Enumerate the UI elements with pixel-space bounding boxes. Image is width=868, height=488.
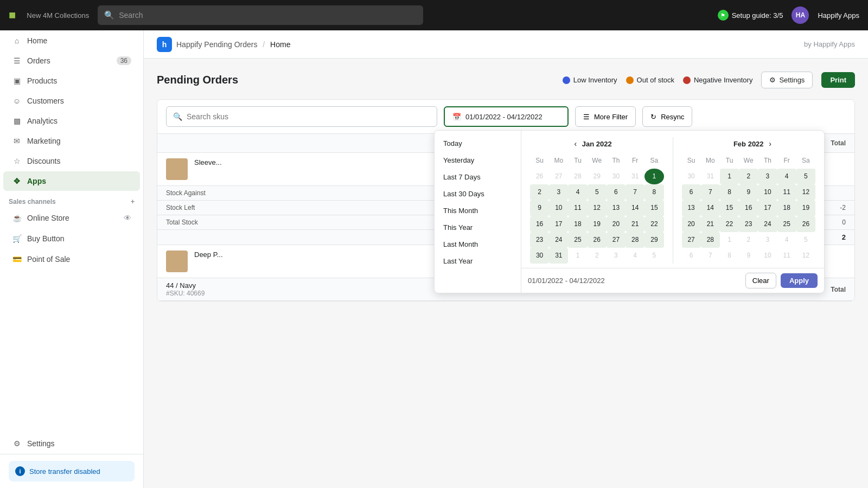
cal-day[interactable]: 28 — [626, 232, 644, 248]
next-month-button[interactable]: › — [764, 137, 777, 150]
print-button[interactable]: Print — [821, 72, 855, 88]
breadcrumb-app-link[interactable]: Happify Pending Orders — [176, 40, 257, 49]
preset-thisyear[interactable]: This Year — [435, 219, 521, 236]
cal-day[interactable]: 1 — [720, 232, 739, 248]
add-sales-channel-icon[interactable]: + — [131, 198, 135, 206]
cal-day[interactable]: 15 — [644, 200, 663, 216]
preset-yesterday[interactable]: Yesterday — [435, 152, 521, 169]
cal-day[interactable]: 4 — [568, 184, 587, 200]
cal-day[interactable]: 19 — [796, 200, 815, 216]
prev-month-button[interactable]: ‹ — [569, 137, 582, 150]
cal-day[interactable]: 23 — [739, 216, 758, 232]
sidebar-item-point-of-sale[interactable]: 💳 Point of Sale — [3, 249, 140, 269]
cal-day[interactable]: 9 — [530, 200, 549, 216]
cal-day[interactable]: 26 — [588, 232, 607, 248]
sidebar-item-buy-button[interactable]: 🛒 Buy Button — [3, 229, 140, 248]
cal-day[interactable]: 28 — [568, 169, 587, 184]
cal-day[interactable]: 6 — [682, 184, 701, 200]
preset-lastmonth[interactable]: Last Month — [435, 236, 521, 253]
cal-day[interactable]: 21 — [626, 216, 644, 232]
cal-day[interactable]: 27 — [607, 232, 626, 248]
cal-day[interactable]: 30 — [607, 169, 626, 184]
cal-day[interactable]: 5 — [644, 248, 663, 264]
cal-day[interactable]: 9 — [739, 248, 758, 264]
cal-day[interactable]: 22 — [644, 216, 663, 232]
search-skus-container[interactable]: 🔍 — [166, 106, 437, 127]
cal-day[interactable]: 2 — [588, 248, 607, 264]
cal-day[interactable]: 1 — [568, 248, 587, 264]
sidebar-item-marketing[interactable]: ✉ Marketing — [3, 131, 140, 151]
cal-day[interactable]: 24 — [758, 216, 777, 232]
cal-day[interactable]: 16 — [739, 200, 758, 216]
cal-day[interactable]: 28 — [701, 232, 720, 248]
preset-lastyear[interactable]: Last Year — [435, 253, 521, 269]
cal-day[interactable]: 14 — [701, 200, 720, 216]
cal-day[interactable]: 5 — [588, 184, 607, 200]
cal-day[interactable]: 8 — [720, 184, 739, 200]
sidebar-item-orders[interactable]: ☰ Orders 36 — [3, 51, 140, 70]
cal-day[interactable]: 15 — [720, 200, 739, 216]
cal-day[interactable]: 20 — [682, 216, 701, 232]
cal-day[interactable]: 4 — [626, 248, 644, 264]
sidebar-item-products[interactable]: ▣ Products — [3, 71, 140, 91]
cal-day[interactable]: 7 — [701, 184, 720, 200]
cal-day[interactable]: 19 — [588, 216, 607, 232]
cal-day[interactable]: 18 — [777, 200, 796, 216]
setup-guide[interactable]: ⚑ Setup guide: 3/5 — [718, 10, 783, 21]
cal-day[interactable]: 3 — [549, 184, 568, 200]
cal-day[interactable]: 30 — [530, 248, 549, 264]
cal-day[interactable]: 13 — [607, 200, 626, 216]
cal-day[interactable]: 31 — [701, 169, 720, 184]
sidebar-item-home[interactable]: ⌂ Home — [3, 31, 140, 50]
apply-button[interactable]: Apply — [781, 273, 818, 288]
cal-day[interactable]: 20 — [607, 216, 626, 232]
cal-day[interactable]: 2 — [530, 184, 549, 200]
cal-day[interactable]: 9 — [739, 184, 758, 200]
cal-day[interactable]: 3 — [607, 248, 626, 264]
cal-day[interactable]: 25 — [568, 232, 587, 248]
search-skus-input[interactable] — [187, 112, 430, 121]
cal-day[interactable]: 29 — [588, 169, 607, 184]
sidebar-item-analytics[interactable]: ▩ Analytics — [3, 111, 140, 131]
cal-day[interactable]: 31 — [626, 169, 644, 184]
cal-day[interactable]: 26 — [796, 216, 815, 232]
cal-day[interactable]: 6 — [682, 248, 701, 264]
more-filter-button[interactable]: ☰ More Filter — [575, 106, 636, 127]
sidebar-item-apps[interactable]: ✥ Apps — [3, 171, 140, 191]
cal-day[interactable]: 8 — [644, 184, 663, 200]
cal-day[interactable]: 27 — [682, 232, 701, 248]
settings-button[interactable]: ⚙ Settings — [761, 72, 813, 88]
cal-day[interactable]: 11 — [568, 200, 587, 216]
preset-today[interactable]: Today — [435, 135, 521, 152]
cal-day[interactable]: 6 — [607, 184, 626, 200]
cal-day[interactable]: 25 — [777, 216, 796, 232]
cal-day[interactable]: 11 — [777, 184, 796, 200]
cal-day[interactable]: 17 — [549, 216, 568, 232]
cal-day[interactable]: 26 — [530, 169, 549, 184]
visibility-icon[interactable]: 👁 — [124, 214, 131, 222]
cal-day[interactable]: 24 — [549, 232, 568, 248]
sidebar-item-online-store[interactable]: ☕ Online Store 👁 — [3, 208, 140, 228]
cal-day[interactable]: 5 — [796, 169, 815, 184]
preset-last30days[interactable]: Last 30 Days — [435, 185, 521, 202]
cal-day[interactable]: 27 — [549, 169, 568, 184]
cal-day[interactable]: 10 — [758, 248, 777, 264]
cal-day[interactable]: 10 — [549, 200, 568, 216]
cal-day[interactable]: 10 — [758, 184, 777, 200]
cal-day[interactable]: 3 — [758, 169, 777, 184]
cal-day[interactable]: 12 — [796, 248, 815, 264]
cal-day[interactable]: 4 — [777, 169, 796, 184]
cal-day[interactable]: 7 — [626, 184, 644, 200]
clear-button[interactable]: Clear — [745, 273, 776, 288]
cal-day[interactable]: 31 — [549, 248, 568, 264]
cal-day[interactable]: 17 — [758, 200, 777, 216]
search-input[interactable] — [119, 11, 417, 20]
sidebar-item-discounts[interactable]: ☆ Discounts — [3, 151, 140, 171]
cal-day[interactable]: 30 — [682, 169, 701, 184]
cal-day[interactable]: 23 — [530, 232, 549, 248]
cal-day[interactable]: 13 — [682, 200, 701, 216]
search-bar[interactable]: 🔍 — [98, 5, 423, 25]
cal-day[interactable]: 2 — [739, 232, 758, 248]
date-range-button[interactable]: 📅 01/01/2022 - 04/12/2022 — [444, 106, 569, 127]
cal-day[interactable]: 16 — [530, 216, 549, 232]
